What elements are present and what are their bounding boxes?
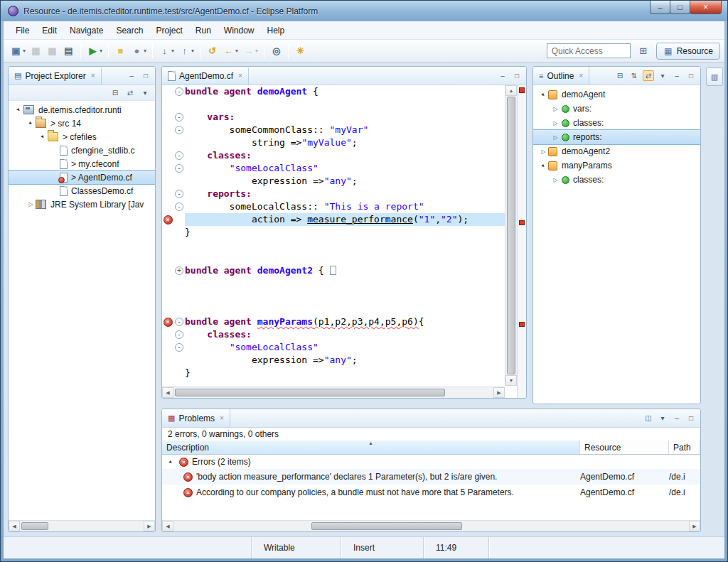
explorer-item[interactable]: ▷JRE System Library [Jav	[9, 198, 155, 211]
close-editor-icon[interactable]: ×	[238, 72, 242, 80]
editor-line[interactable]: ×-bundle agent manyParams(p1,p2,p3,p4,p5…	[162, 315, 505, 328]
collapse-all-icon[interactable]: ⊟	[109, 87, 121, 98]
menu-window[interactable]: Window	[218, 23, 261, 38]
editor-line[interactable]: - "someLocalClass"	[162, 162, 505, 175]
problems-group-row[interactable]: ▸×Errors (2 items)	[162, 455, 700, 469]
outline-item[interactable]: ▸manyParams	[533, 158, 700, 173]
editor-line-text[interactable]: classes:	[185, 328, 505, 341]
editor-line-text[interactable]: }	[185, 367, 505, 379]
next-annotation-dropdown-icon[interactable]: ▾	[171, 48, 174, 54]
editor-line-text[interactable]	[185, 252, 505, 264]
fold-minus-icon[interactable]: -	[173, 87, 185, 96]
editor-line-text[interactable]	[185, 290, 505, 303]
editor-line[interactable]: - someCommonClass:: "myVar"	[162, 124, 505, 136]
fold-minus-icon[interactable]: -	[173, 202, 185, 211]
editor-line-text[interactable]: vars:	[185, 111, 505, 124]
menu-search[interactable]: Search	[109, 23, 149, 38]
search-dropdown-icon[interactable]: ▾	[144, 48, 146, 54]
tree-expanded-arrow-icon[interactable]: ▸	[26, 118, 37, 129]
editor-line[interactable]: × action => measure_performance("1","2")…	[162, 213, 505, 226]
collapse-all-icon[interactable]: ⊟	[614, 70, 626, 81]
editor-line[interactable]: - "someLocalClass"	[162, 341, 505, 354]
last-edit-location-button[interactable]: ↺	[204, 43, 220, 60]
outline-item[interactable]: ▷demoAgent2	[533, 144, 700, 158]
minimize-view-icon[interactable]: –	[126, 70, 137, 81]
tree-collapsed-arrow-icon[interactable]: ▷	[551, 177, 560, 183]
filter-icon[interactable]: ◫	[643, 413, 654, 423]
editor-line[interactable]	[162, 277, 505, 290]
scroll-up-icon[interactable]: ▲	[505, 85, 517, 96]
editor-line[interactable]: }	[162, 367, 505, 379]
error-marker-icon[interactable]: ×	[162, 318, 173, 327]
maximize-view-icon[interactable]: □	[511, 70, 523, 81]
scroll-left-icon[interactable]: ◀	[9, 521, 20, 531]
title-bar[interactable]: Resource - de.itemis.cfeditor.runtime.te…	[1, 1, 727, 21]
minimize-view-icon[interactable]: –	[497, 70, 508, 81]
fold-minus-icon[interactable]: -	[173, 330, 185, 339]
editor-line-text[interactable]	[185, 98, 505, 111]
editor-line-text[interactable]: reports:	[185, 188, 505, 200]
forward-dropdown-icon[interactable]: ▾	[255, 48, 258, 54]
outline-item[interactable]: ▷classes:	[533, 116, 700, 130]
editor-line-text[interactable]: action => measure_performance("1","2");	[185, 213, 505, 226]
fold-minus-icon[interactable]: -	[173, 343, 185, 352]
sort-icon[interactable]: ⇅	[628, 70, 640, 81]
fold-minus-icon[interactable]: -	[173, 151, 185, 160]
maximize-view-icon[interactable]: □	[140, 70, 151, 81]
menu-file[interactable]: File	[9, 23, 36, 38]
back-button[interactable]: ←▾	[220, 43, 240, 60]
project-explorer-hscrollbar[interactable]: ◀ ▶	[9, 520, 155, 531]
scroll-right-icon[interactable]: ▶	[493, 387, 505, 398]
error-overview-mark[interactable]	[519, 322, 525, 327]
outline-item[interactable]: ▷vars:	[533, 102, 700, 116]
tree-expanded-arrow-icon[interactable]: ▸	[14, 104, 25, 116]
overview-error-indicator-icon[interactable]	[519, 87, 525, 93]
menu-help[interactable]: Help	[261, 23, 291, 38]
scroll-left-icon[interactable]: ◀	[162, 521, 173, 531]
minimize-window-button[interactable]: –	[650, 1, 670, 14]
previous-annotation-button[interactable]: ↑▾	[176, 43, 196, 60]
editor-line[interactable]	[162, 252, 505, 264]
explorer-item[interactable]: cfengine_stdlib.c	[9, 144, 155, 157]
menu-run[interactable]: Run	[189, 23, 218, 38]
editor-line-text[interactable]: someCommonClass:: "myVar"	[185, 124, 505, 136]
column-header-description[interactable]: Description▲	[162, 441, 580, 454]
fold-minus-icon[interactable]: -	[173, 164, 185, 173]
tree-expanded-arrow-icon[interactable]: ▸	[38, 131, 49, 143]
explorer-item[interactable]: > AgentDemo.cf	[9, 171, 155, 184]
editor-line-text[interactable]: someLocalClass:: "This is a report"	[185, 200, 505, 213]
view-menu-icon[interactable]: ▾	[657, 70, 668, 81]
minimize-view-icon[interactable]: –	[671, 70, 682, 81]
open-folder-button[interactable]: ■	[112, 43, 129, 60]
explorer-item[interactable]: ClassesDemo.cf	[9, 184, 155, 198]
tab-agentdemo-editor[interactable]: AgentDemo.cf ×	[162, 67, 249, 85]
editor-line-text[interactable]	[185, 303, 505, 315]
error-marker-icon[interactable]: ×	[162, 215, 173, 225]
tab-project-explorer[interactable]: ▤ Project Explorer ×	[9, 67, 102, 85]
problems-row[interactable]: ×'body action measure_performance' decla…	[162, 469, 700, 485]
editor-line[interactable]: - reports:	[162, 188, 505, 200]
editor-line-text[interactable]: bundle agent demoAgent {	[185, 85, 505, 98]
view-menu-icon[interactable]: ▾	[657, 413, 668, 423]
editor-hscrollbar[interactable]: ◀ ▶	[162, 387, 505, 398]
editor-line[interactable]	[162, 239, 505, 252]
fold-minus-icon[interactable]: -	[173, 126, 185, 134]
close-window-button[interactable]: ×	[690, 1, 722, 14]
resource-perspective-button[interactable]: ▦ Resource	[656, 43, 720, 60]
editor-line[interactable]: - classes:	[162, 328, 505, 341]
close-view-icon[interactable]: ×	[220, 414, 224, 422]
collapsed-region-box[interactable]	[330, 266, 336, 275]
back-dropdown-icon[interactable]: ▾	[235, 48, 238, 54]
view-menu-icon[interactable]: ▾	[139, 87, 151, 98]
editor-line-text[interactable]	[185, 277, 505, 290]
editor-line-text[interactable]: bundle agent demoAgent2 {	[185, 264, 505, 277]
maximize-window-button[interactable]: □	[670, 1, 690, 14]
previous-annotation-dropdown-icon[interactable]: ▾	[191, 48, 194, 54]
menu-edit[interactable]: Edit	[36, 23, 63, 38]
fold-minus-icon[interactable]: -	[173, 190, 185, 198]
tree-collapsed-arrow-icon[interactable]: ▷	[539, 148, 548, 155]
external-tools-dropdown-icon[interactable]: ▾	[100, 48, 102, 54]
quick-access-input[interactable]	[547, 43, 631, 58]
editor-line-text[interactable]: "someLocalClass"	[185, 341, 505, 354]
tree-expanded-arrow-icon[interactable]: ▸	[166, 456, 177, 468]
